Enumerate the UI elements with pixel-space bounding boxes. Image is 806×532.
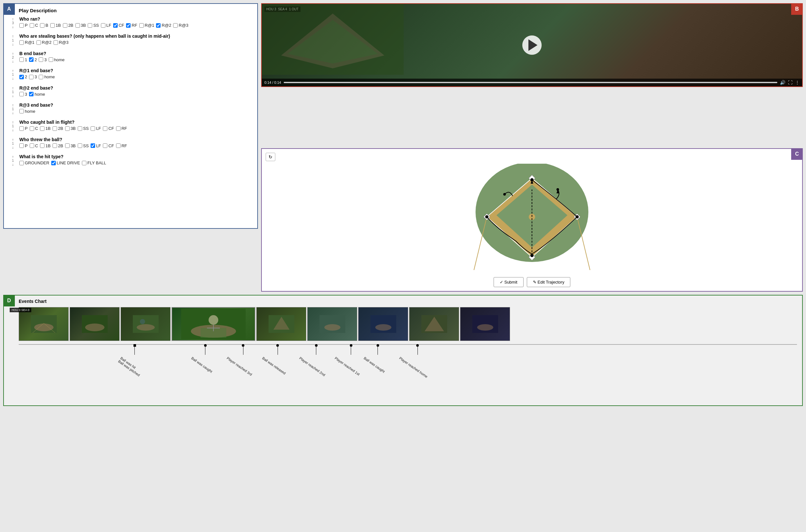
event-thumb-6[interactable]	[307, 307, 357, 341]
caught-flight-up[interactable]: ↑	[12, 120, 14, 125]
video-controls: 0:14 / 0:14 🔊 ⛶ ⋮	[262, 79, 802, 87]
threw-1B[interactable]	[40, 144, 44, 148]
who-ran-P[interactable]	[19, 23, 24, 28]
hit-type-line-drive[interactable]	[51, 161, 56, 165]
r2-end-home[interactable]	[29, 92, 34, 96]
r1-end-3[interactable]	[29, 75, 34, 79]
who-ran-3B[interactable]	[75, 23, 80, 28]
r1-end-label: R@1 end base?	[19, 68, 252, 73]
stealing-R@3[interactable]	[54, 40, 58, 45]
who-ran-LF[interactable]	[101, 23, 106, 28]
event-thumb-7[interactable]	[358, 307, 408, 341]
threw-ball-down[interactable]: ↓	[12, 145, 14, 150]
threw-2B[interactable]	[53, 144, 57, 148]
svg-point-18	[530, 254, 533, 257]
caught-flight-down[interactable]: ↓	[12, 128, 14, 132]
hit-type-grounder[interactable]	[19, 161, 24, 165]
event-thumb-8[interactable]	[409, 307, 459, 341]
fullscreen-icon[interactable]: ⛶	[788, 80, 792, 85]
threw-LF[interactable]	[91, 144, 95, 148]
stealing-R@2[interactable]	[36, 40, 41, 45]
who-ran-SS[interactable]	[88, 23, 92, 28]
who-ran-C[interactable]	[30, 23, 34, 28]
video-player[interactable]: HOU 3 SEA 4 1 OUT	[262, 4, 802, 87]
threw-RF[interactable]	[116, 144, 120, 148]
question-who-ran: ↑ 3 ↓ Who ran? P C B 1B 2B 3B S	[9, 16, 252, 29]
threw-SS[interactable]	[78, 144, 82, 148]
progress-bar[interactable]	[284, 82, 777, 83]
svg-point-33	[137, 324, 155, 330]
who-ran-R@2[interactable]	[156, 23, 161, 28]
stealing-up[interactable]: ↑	[12, 34, 14, 38]
who-ran-down[interactable]: ↓	[12, 25, 14, 29]
caught-P[interactable]	[19, 126, 24, 131]
caught-3B[interactable]	[65, 126, 70, 131]
threw-3B[interactable]	[65, 144, 70, 148]
who-ran-CF[interactable]	[113, 23, 118, 28]
refresh-button[interactable]: ↻	[266, 153, 275, 161]
panel-c-label: C	[791, 148, 803, 160]
svg-point-46	[375, 324, 391, 330]
b-end-2[interactable]	[29, 57, 34, 62]
b-end-home[interactable]	[49, 57, 53, 62]
volume-icon[interactable]: 🔊	[780, 80, 785, 85]
event-thumb-9[interactable]	[460, 307, 510, 341]
caught-C[interactable]	[30, 126, 34, 131]
event-dot-1	[133, 344, 136, 347]
r1-end-2[interactable]	[19, 75, 24, 79]
hit-type-down[interactable]: ↓	[12, 163, 14, 167]
event-text-7: Ball was caught	[363, 356, 386, 374]
hit-type-label: What is the hit type?	[19, 154, 252, 159]
who-ran-2B[interactable]	[63, 23, 68, 28]
b-end-base-label: B end base?	[19, 51, 252, 56]
threw-C[interactable]	[30, 144, 34, 148]
caught-SS[interactable]	[78, 126, 82, 131]
r1-end-up[interactable]: ↑	[12, 69, 14, 73]
event-text-6: Player reached 1st	[334, 356, 360, 376]
stealing-R@1[interactable]	[19, 40, 24, 45]
who-ran-B[interactable]	[40, 23, 44, 28]
event-thumb-active[interactable]: HOU 0 SEA 0	[171, 307, 255, 341]
r3-end-home[interactable]	[19, 109, 24, 113]
who-ran-up[interactable]: ↑	[12, 17, 14, 21]
event-label-1: Ball was hitBall was pitched	[122, 344, 148, 364]
r2-end-down[interactable]: ↓	[12, 94, 14, 98]
field-diagram	[266, 164, 798, 273]
who-ran-R@3[interactable]	[173, 23, 177, 28]
hit-type-fly-ball[interactable]	[82, 161, 87, 165]
b-end-1[interactable]	[19, 57, 24, 62]
r1-end-home[interactable]	[39, 75, 43, 79]
r1-end-down[interactable]: ↓	[12, 76, 14, 80]
threw-P[interactable]	[19, 144, 24, 148]
caught-1B[interactable]	[40, 126, 44, 131]
r2-end-up[interactable]: ↑	[12, 86, 14, 90]
who-ran-1B[interactable]	[50, 23, 55, 28]
event-thumb-5[interactable]	[256, 307, 306, 341]
threw-ball-up[interactable]: ↑	[12, 138, 14, 142]
who-ran-R@1[interactable]	[139, 23, 144, 28]
play-description-title: Play Description	[9, 8, 252, 13]
r2-end-label: R@2 end base?	[19, 86, 252, 91]
hit-type-up[interactable]: ↑	[12, 155, 14, 159]
caught-2B[interactable]	[53, 126, 57, 131]
panel-d: D Events Chart	[3, 295, 803, 406]
submit-button[interactable]: ✓ Submit	[493, 277, 524, 287]
caught-CF[interactable]	[103, 126, 107, 131]
r2-end-3[interactable]	[19, 92, 24, 96]
b-end-3[interactable]	[39, 57, 43, 62]
r3-end-up[interactable]: ↑	[12, 103, 14, 107]
threw-CF[interactable]	[103, 144, 107, 148]
caught-LF[interactable]	[91, 126, 95, 131]
event-thumb-2[interactable]	[70, 307, 119, 341]
event-thumb-3[interactable]	[120, 307, 171, 341]
who-ran-RF[interactable]	[126, 23, 131, 28]
edit-trajectory-button[interactable]: ✎ Edit Trajectory	[527, 277, 571, 287]
stealing-down[interactable]: ↓	[12, 42, 14, 46]
event-dot-7	[377, 344, 379, 347]
caught-RF[interactable]	[116, 126, 120, 131]
play-button[interactable]	[522, 35, 542, 55]
r3-end-down[interactable]: ↓	[12, 111, 14, 115]
menu-icon[interactable]: ⋮	[795, 80, 800, 85]
b-end-up[interactable]: ↑	[12, 52, 14, 56]
b-end-down[interactable]: ↓	[12, 59, 14, 63]
